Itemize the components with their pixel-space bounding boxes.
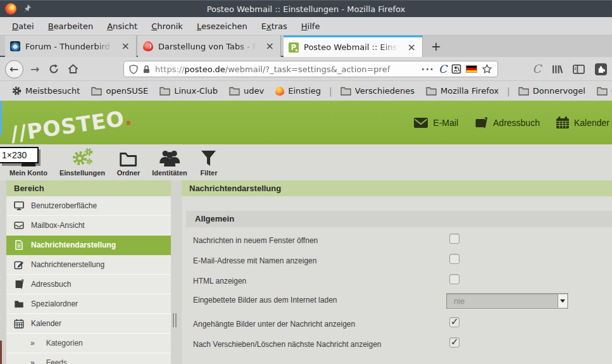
nav-kalender[interactable]: Kalender <box>556 116 609 129</box>
reload-icon <box>49 64 59 74</box>
funnel-icon <box>201 149 217 167</box>
bookmark-einstieg[interactable]: Einstieg <box>270 86 327 96</box>
sidebar-item-feeds[interactable]: » Feeds <box>6 353 171 364</box>
bookmark-meistbesucht[interactable]: Meistbesucht <box>6 86 85 96</box>
menu-lesezeichen[interactable]: Lesezeichen <box>190 17 254 35</box>
toolbar-filter[interactable]: Filter <box>201 147 218 177</box>
sidebar-item-nachrichtenerstellung[interactable]: Nachrichtenerstellung <box>6 255 171 275</box>
bookmark-udev[interactable]: udev <box>223 86 270 96</box>
settings-content: Bereich Benutzeroberfläche Mailbox-Ansic… <box>0 180 612 364</box>
german-flag-icon[interactable] <box>466 65 477 73</box>
setting-row: Eingebettete Bilder aus dem Internet lad… <box>193 291 612 310</box>
toolbar-identitaeten[interactable]: Identitäten <box>152 147 187 177</box>
menu-hilfe[interactable]: Hilfe <box>294 17 327 35</box>
back-button[interactable]: ← <box>3 57 25 81</box>
sidebar-item-kategorien[interactable]: » Kategorien <box>6 334 171 353</box>
nav-email[interactable]: E-Mail <box>414 118 458 128</box>
book-icon <box>14 279 24 289</box>
library-icon[interactable] <box>551 64 563 75</box>
url-bar[interactable]: https://posteo.de/webmail/?_task=setting… <box>123 61 498 77</box>
overflow-icon[interactable]: ••• <box>421 66 434 73</box>
bookmark-mozilla-firefox[interactable]: Mozilla Firefox <box>420 86 504 96</box>
tab-close-icon[interactable]: × <box>265 41 275 51</box>
bookmarks-separator: | <box>327 86 335 96</box>
allgemein-fieldset: Allgemein Nachrichten in neuem Fenster ö… <box>186 211 612 364</box>
sidebar-item-kalender[interactable]: Kalender <box>6 314 171 334</box>
canvasblocker-toolbar-icon[interactable]: C <box>532 63 541 75</box>
tab-thunderbird-forum[interactable]: Forum - Thunderbird Mail × <box>5 35 137 57</box>
lock-icon <box>142 65 151 74</box>
flame-icon <box>275 87 284 96</box>
addon-icon[interactable] <box>451 64 461 74</box>
tab-title: Forum - Thunderbird Mail <box>25 42 115 51</box>
sidebar-toggle-icon[interactable] <box>573 64 585 75</box>
settings-main-panel: Nachrichtendarstellung Allgemein Nachric… <box>182 180 612 364</box>
folder-icon <box>229 87 240 96</box>
navigation-bar: ← → https://posteo.de/webmail/?_task=set… <box>0 57 612 81</box>
nav-adressbuch[interactable]: Adressbuch <box>475 117 540 129</box>
setting-label: HTML anzeigen <box>193 277 246 286</box>
setting-label: Nachrichten in neuem Fenster öffnen <box>193 236 318 245</box>
checkbox-naechste-nachricht[interactable]: ✓ <box>449 337 459 348</box>
bookmark-linux-club[interactable]: Linux-Club <box>154 86 223 96</box>
toolbar-ordner[interactable]: Ordner <box>117 147 141 177</box>
checkbox-html-anzeigen[interactable]: ✓ <box>449 274 459 284</box>
sidebar-item-benutzeroberflaeche[interactable]: Benutzeroberfläche <box>6 196 171 216</box>
settings-sidebar: Bereich Benutzeroberfläche Mailbox-Ansic… <box>6 180 171 364</box>
people-icon <box>158 149 181 167</box>
bookmarks-separator: | <box>504 86 513 96</box>
home-button[interactable] <box>65 57 81 81</box>
extension-puzzle-icon[interactable] <box>595 63 607 75</box>
panel-splitter-handle[interactable] <box>173 313 178 327</box>
home-icon <box>68 64 78 74</box>
tab-close-icon[interactable]: × <box>120 41 131 51</box>
toolbar-einstellungen[interactable]: Einstellungen <box>59 147 105 177</box>
main-panel-title: Nachrichtendarstellung <box>182 180 612 196</box>
sidebar-item-mailbox-ansicht[interactable]: Mailbox-Ansicht <box>6 216 171 235</box>
forward-button[interactable]: → <box>27 57 43 81</box>
menu-ansicht[interactable]: Ansicht <box>100 17 144 35</box>
resize-size-tooltip: 1×230 <box>0 147 39 163</box>
checkbox-neues-fenster[interactable]: ✓ <box>449 234 459 244</box>
embedded-images-select[interactable]: nie <box>446 293 568 309</box>
sidebar-item-adressbuch[interactable]: Adressbuch <box>6 275 171 294</box>
setting-label: Angehängte Bilder unter der Nachricht an… <box>193 320 355 329</box>
setting-label: Eingebettete Bilder aus dem Internet lad… <box>193 296 337 304</box>
folder-icon <box>426 87 437 96</box>
posteo-header: //POSTEO. E-Mail Adressbuch Kalender <box>0 101 612 144</box>
title-bar: Posteo Webmail :: Einstellungen - Mozill… <box>0 0 612 17</box>
chevron-down-icon <box>560 299 565 303</box>
reload-button[interactable] <box>46 57 62 81</box>
section-title: Allgemein <box>186 211 612 227</box>
canvasblocker-icon[interactable]: C <box>439 64 447 75</box>
sub-marker: » <box>30 358 35 364</box>
gear-icon <box>12 86 22 96</box>
menu-chronik[interactable]: Chronik <box>144 17 190 35</box>
sidebar-header: Bereich <box>6 180 171 196</box>
new-tab-button[interactable]: + <box>428 38 444 54</box>
flame-favicon-icon <box>143 41 153 51</box>
checkbox-adresse-mit-namen[interactable]: ✓ <box>449 254 459 264</box>
sidebar-item-nachrichtendarstellung[interactable]: Nachrichtendarstellung <box>6 235 171 255</box>
tab-close-icon[interactable]: × <box>406 42 417 53</box>
setting-row: Angehängte Bilder unter der Nachricht an… <box>193 315 612 334</box>
folder-icon <box>159 87 170 96</box>
menu-datei[interactable]: Datei <box>5 17 41 35</box>
compose-icon <box>14 260 24 270</box>
bookmark-donnervogel[interactable]: Donnervogel <box>513 86 591 96</box>
menu-extras[interactable]: Extras <box>254 17 294 35</box>
bookmark-openoffice[interactable]: OpenOffice.i <box>591 86 612 96</box>
menu-bearbeiten[interactable]: Bearbeiten <box>41 17 100 35</box>
setting-label: E-Mail-Adresse mit Namen anzeigen <box>193 256 316 265</box>
sidebar-item-spezialordner[interactable]: Spezialordner <box>6 294 171 314</box>
bookmark-star-icon[interactable] <box>482 64 492 74</box>
bookmark-verschiedenes[interactable]: Verschiedenes <box>335 86 420 96</box>
bookmarks-bar: Meistbesucht openSUSE Linux-Club udev Ei… <box>0 81 612 101</box>
back-icon: ← <box>5 60 23 78</box>
select-arrow-button[interactable] <box>558 294 567 308</box>
bookmark-opensuse[interactable]: openSUSE <box>85 86 154 96</box>
tab-title: Darstellung von Tabs - Fir <box>158 42 259 51</box>
checkbox-angehaengte-bilder[interactable]: ✓ <box>449 317 459 327</box>
tab-posteo-webmail[interactable]: P Posteo Webmail :: Einste × <box>284 35 423 57</box>
tab-darstellung-von-tabs[interactable]: Darstellung von Tabs - Fir × <box>138 35 281 57</box>
